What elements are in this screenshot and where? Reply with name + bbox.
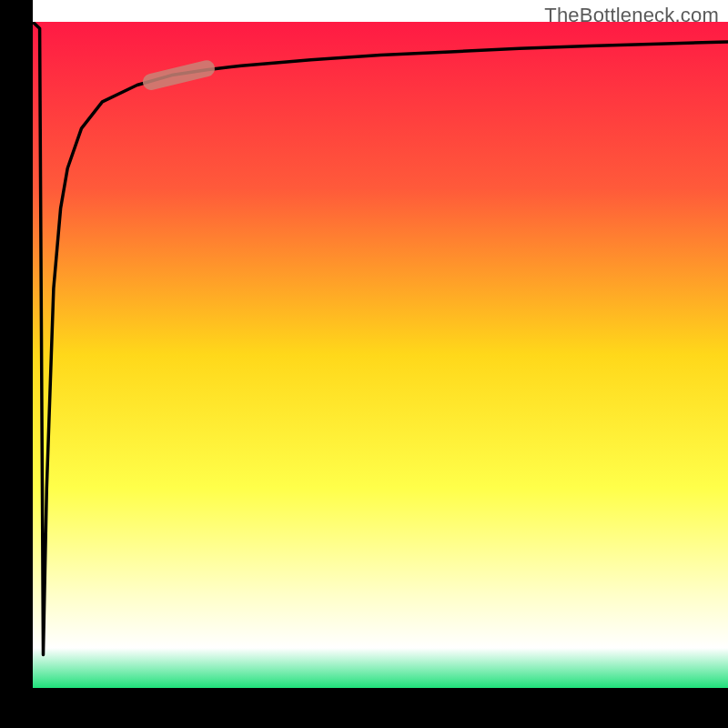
x-axis: [0, 688, 728, 728]
chart-svg: [0, 0, 728, 728]
y-axis: [0, 0, 33, 728]
chart-stage: TheBottleneck.com: [0, 0, 728, 728]
plot-background: [33, 22, 728, 688]
watermark-text: TheBottleneck.com: [544, 4, 719, 27]
